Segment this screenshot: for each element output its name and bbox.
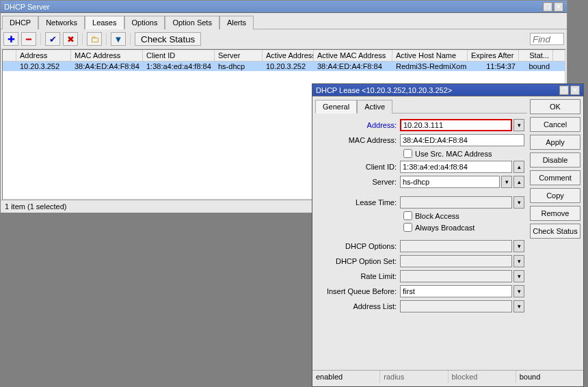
rate-limit-input[interactable] xyxy=(400,270,512,282)
main-title: DHCP Server xyxy=(4,3,49,11)
col-clientid[interactable]: Client ID xyxy=(143,50,215,61)
col-indicator[interactable] xyxy=(3,50,16,61)
lease-time-input[interactable] xyxy=(400,196,512,209)
dialog-title: DHCP Lease <10.20.3.252,10.20.3.252> xyxy=(316,86,452,94)
label-insert-queue: Insert Queue Before: xyxy=(318,287,400,295)
dialog-statusbar: enabled radius blocked bound xyxy=(312,370,583,383)
cell-server: hs-dhcp xyxy=(215,62,263,71)
tab-general[interactable]: General xyxy=(315,100,357,114)
close-icon[interactable]: ✕ xyxy=(554,2,563,12)
cell-mac: 38:A4:ED:A4:F8:84 xyxy=(71,62,143,71)
col-mac[interactable]: MAC Address xyxy=(71,50,143,61)
use-src-mac-checkbox[interactable] xyxy=(403,149,412,158)
block-access-checkbox[interactable] xyxy=(403,211,412,220)
server-dropdown-icon[interactable]: ▾ xyxy=(501,176,512,188)
mac-input[interactable] xyxy=(400,134,524,146)
tab-leases[interactable]: Leases xyxy=(85,16,124,29)
cell-status: bound xyxy=(519,62,553,71)
check-status-button[interactable]: Check Status xyxy=(135,32,201,46)
label-address: Address: xyxy=(318,121,400,129)
cell-indicator xyxy=(3,62,16,71)
restore-icon[interactable]: ❐ xyxy=(543,2,552,12)
rate-limit-dropdown-icon[interactable]: ▾ xyxy=(513,270,524,282)
address-input[interactable] xyxy=(400,119,512,131)
server-up-icon[interactable]: ▴ xyxy=(513,176,524,188)
dialog-button-panel: OK Cancel Apply Disable Comment Copy Rem… xyxy=(530,99,580,367)
ok-button[interactable]: OK xyxy=(530,99,580,114)
server-input[interactable] xyxy=(400,176,500,188)
lease-time-dropdown-icon[interactable]: ▾ xyxy=(513,196,524,209)
label-always-broadcast: Always Broadcast xyxy=(415,224,475,232)
status-bound: bound xyxy=(516,371,583,383)
col-server[interactable]: Server xyxy=(215,50,263,61)
tab-active[interactable]: Active xyxy=(357,100,392,114)
cell-active-mac: 38:A4:ED:A4:F8:84 xyxy=(314,62,392,71)
status-enabled: enabled xyxy=(312,371,380,383)
dialog-left-panel: General Active Address: ▾ MAC Address: U… xyxy=(315,99,527,367)
toolbar: ✚ ━ ✔ ✖ 🗀 ▼ Check Status xyxy=(1,29,567,49)
label-server: Server: xyxy=(318,178,400,186)
close-icon[interactable]: ✕ xyxy=(570,85,580,95)
cell-active-addr: 10.20.3.252 xyxy=(263,62,314,71)
dialog-titlebar[interactable]: DHCP Lease <10.20.3.252,10.20.3.252> ❐ ✕ xyxy=(312,84,583,96)
address-list-input[interactable] xyxy=(400,300,512,312)
col-active-host[interactable]: Active Host Name xyxy=(392,50,468,61)
clientid-up-icon[interactable]: ▴ xyxy=(513,161,524,173)
col-expires[interactable]: Expires After xyxy=(468,50,519,61)
cancel-button[interactable]: Cancel xyxy=(530,117,580,132)
check-status-button[interactable]: Check Status xyxy=(530,224,580,239)
disable-button[interactable]: ✖ xyxy=(63,32,78,46)
cell-address: 10.20.3.252 xyxy=(16,62,71,71)
label-dhcp-options: DHCP Options: xyxy=(318,242,400,250)
enable-button[interactable]: ✔ xyxy=(45,32,60,46)
disable-button[interactable]: Disable xyxy=(530,152,580,168)
lease-form: Address: ▾ MAC Address: Use Src. MAC Add… xyxy=(315,114,527,321)
main-titlebar[interactable]: DHCP Server ❐ ✕ xyxy=(1,1,567,13)
restore-icon[interactable]: ❐ xyxy=(559,85,569,95)
filter-button[interactable]: ▼ xyxy=(111,32,126,46)
tab-options[interactable]: Options xyxy=(124,16,165,29)
status-blocked: blocked xyxy=(449,371,516,383)
label-block-access: Block Access xyxy=(415,212,459,220)
dhcp-option-set-input[interactable] xyxy=(400,255,512,267)
col-status[interactable]: Stat... xyxy=(519,50,553,61)
tab-alerts[interactable]: Alerts xyxy=(219,16,254,29)
main-tabs: DHCP Networks Leases Options Option Sets… xyxy=(1,13,567,29)
dhcp-lease-dialog: DHCP Lease <10.20.3.252,10.20.3.252> ❐ ✕… xyxy=(312,83,584,387)
clientid-input[interactable] xyxy=(400,161,512,173)
col-active-addr[interactable]: Active Address xyxy=(263,50,314,61)
apply-button[interactable]: Apply xyxy=(530,135,580,150)
address-dropdown-icon[interactable]: ▾ xyxy=(513,119,524,131)
insert-queue-dropdown-icon[interactable]: ▾ xyxy=(513,285,524,297)
label-mac: MAC Address: xyxy=(318,136,400,144)
dhcp-options-dropdown-icon[interactable]: ▾ xyxy=(513,240,524,252)
add-button[interactable]: ✚ xyxy=(3,32,18,46)
label-use-src-mac: Use Src. MAC Address xyxy=(415,150,492,158)
label-dhcp-option-set: DHCP Option Set: xyxy=(318,257,400,265)
copy-button[interactable]: Copy xyxy=(530,188,580,203)
status-radius: radius xyxy=(380,371,448,383)
find-input[interactable] xyxy=(530,33,564,45)
label-clientid: Client ID: xyxy=(318,163,400,171)
dhcp-options-input[interactable] xyxy=(400,240,512,252)
comment-button[interactable]: Comment xyxy=(530,170,580,185)
tab-option-sets[interactable]: Option Sets xyxy=(165,16,219,29)
insert-queue-input[interactable] xyxy=(400,285,512,297)
tab-dhcp[interactable]: DHCP xyxy=(2,16,38,29)
address-list-dropdown-icon[interactable]: ▾ xyxy=(513,300,524,312)
always-broadcast-checkbox[interactable] xyxy=(403,223,412,232)
cell-clientid: 1:38:a4:ed:a4:f8:84 xyxy=(143,62,215,71)
remove-button[interactable]: ━ xyxy=(21,32,36,46)
tab-networks[interactable]: Networks xyxy=(38,16,85,29)
cell-active-host: Redmi3S-RedmiXom xyxy=(392,62,468,71)
cell-expires: 11:54:37 xyxy=(468,62,519,71)
remove-button[interactable]: Remove xyxy=(530,206,580,221)
col-active-mac[interactable]: Active MAC Address xyxy=(314,50,392,61)
dhcp-option-set-dropdown-icon[interactable]: ▾ xyxy=(513,255,524,267)
comment-button[interactable]: 🗀 xyxy=(87,32,102,46)
label-rate-limit: Rate Limit: xyxy=(318,272,400,280)
table-row[interactable]: 10.20.3.252 38:A4:ED:A4:F8:84 1:38:a4:ed… xyxy=(3,62,565,71)
col-address[interactable]: Address xyxy=(16,50,71,61)
label-lease-time: Lease Time: xyxy=(318,198,400,206)
label-address-list: Address List: xyxy=(318,302,400,310)
